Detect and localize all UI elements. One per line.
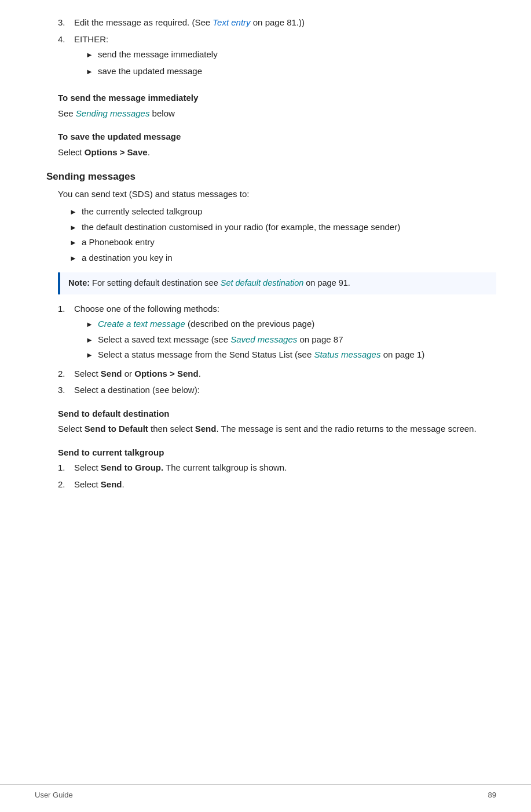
text-entry-link[interactable]: Text entry [213,17,250,27]
send-default-section: Send to default destination Select Send … [58,407,496,436]
method-create-text: ► Create a text message (described on th… [86,318,496,331]
options-send-bold: Options > Send [134,369,198,378]
saved-messages-link[interactable]: Saved messages [230,334,297,344]
talkgroup-step-2-num: 2. [58,478,74,491]
talkgroup-step-1-num: 1. [58,461,74,475]
arrow-icon-4: ► [69,222,77,234]
either-label: EITHER: [74,34,108,44]
select-label-1: Select [58,147,85,157]
note-suffix: on page 91. [303,278,350,287]
step-3-item: 3. Edit the message as required. (See Te… [58,16,496,30]
or-text: or [122,369,135,378]
set-default-link[interactable]: Set default destination [221,278,304,287]
select-label-2: Select [74,369,101,378]
saved-prefix: Select a saved text message (see [98,334,230,344]
send-to-group-bold: Send to Group. [101,463,163,472]
talkgroup-step-2-text: Select Send. [74,478,496,491]
send-bold-2: Send [195,424,217,434]
footer-right: 89 [488,789,496,801]
arrow-icon-1: ► [86,49,93,61]
send-immediately-heading: To send the message immediately [58,92,496,105]
note-box: Note: For setting default destination se… [58,272,496,294]
content-area: 3. Edit the message as required. (See Te… [46,16,496,491]
sending-messages-content: You can send text (SDS) and status messa… [58,188,496,397]
sending-step-1-text: Choose one of the following methods: ► C… [74,303,496,364]
note-text: For setting default destination see [90,278,221,287]
period-1: . [148,147,150,157]
bullet-phonebook-text: a Phonebook entry [82,236,155,249]
send-default-suffix: . The message is sent and the radio retu… [216,424,476,434]
bullet-destination: ► a destination you key in [69,252,496,265]
status-suffix: on page 1) [380,349,424,359]
bullet-default-dest: ► the default destination customised in … [69,221,496,234]
send-default-body: Select Send to Default then select Send.… [58,423,496,436]
bullet-phonebook: ► a Phonebook entry [69,236,496,249]
create-text-rest: (described on the previous page) [185,319,314,329]
sending-steps: 1. Choose one of the following methods: … [58,303,496,397]
page-wrapper: 3. Edit the message as required. (See Te… [0,0,531,812]
sending-step-2-text: Select Send or Options > Send. [74,367,496,381]
create-text-link[interactable]: Create a text message [98,319,185,329]
bullet-destination-text: a destination you key in [82,252,173,265]
arrow-icon-5: ► [69,237,77,249]
options-save-bold: Options > Save [85,147,148,157]
select-label-4: Select [74,463,101,472]
select-label-3: Select [58,424,85,434]
bullet-talkgroup: ► the currently selected talkgroup [69,205,496,219]
send-to-default-bold: Send to Default [85,424,148,434]
method-bullets: ► Create a text message (described on th… [86,318,496,362]
talkgroup-shown-text: The current talkgroup is shown. [163,463,287,472]
send-bold: Send [101,369,122,378]
sending-messages-link[interactable]: Sending messages [76,108,150,118]
arrow-icon-3: ► [69,206,77,218]
select-label-5: Select [74,479,101,489]
method-saved-msg: ► Select a saved text message (see Saved… [86,333,496,347]
sending-step-1-num: 1. [58,303,74,364]
sending-bullets: ► the currently selected talkgroup ► the… [69,205,496,264]
arrow-icon-6: ► [69,253,77,264]
save-updated-heading: To save the updated message [58,130,496,144]
bullet-send-immediately: ► send the message immediately [86,48,496,61]
saved-suffix: on page 87 [297,334,343,344]
step-4-text: EITHER: ► send the message immediately ►… [74,33,496,82]
bullet-save-text: save the updated message [98,65,202,78]
status-prefix: Select a status message from the Send St… [98,349,314,359]
status-messages-link[interactable]: Status messages [314,349,380,359]
bullet-send-text: send the message immediately [98,48,218,61]
sending-messages-heading: Sending messages [46,169,496,184]
step-3-text: Edit the message as required. (See Text … [74,16,496,30]
status-msg-text: Select a status message from the Send St… [98,348,425,362]
step-4-item: 4. EITHER: ► send the message immediatel… [58,33,496,82]
send-talkgroup-heading: Send to current talkgroup [58,446,496,460]
below-text: below [149,108,174,118]
talkgroup-step-2: 2. Select Send. [58,478,496,491]
page-footer: User Guide 89 [0,784,531,801]
create-text-msg: Create a text message (described on the … [98,318,314,331]
bullet-talkgroup-text: the currently selected talkgroup [82,205,202,219]
bullet-default-text: the default destination customised in yo… [82,221,400,234]
note-label: Note: [68,278,90,287]
sending-step-3: 3. Select a destination (see below): [58,384,496,397]
period-3: . [122,479,124,489]
sending-step-3-num: 3. [58,384,74,397]
save-updated-section: To save the updated message Select Optio… [58,130,496,159]
save-updated-body: Select Options > Save. [58,146,496,159]
arrow-icon-2: ► [86,66,93,78]
step-3-num: 3. [58,16,74,30]
footer-left: User Guide [35,789,73,801]
talkgroup-steps: 1. Select Send to Group. The current tal… [58,461,496,491]
bullet-save-updated: ► save the updated message [86,65,496,78]
step4-bullets: ► send the message immediately ► save th… [86,48,496,78]
send-immediately-section: To send the message immediately See Send… [58,92,496,120]
sending-messages-section: Sending messages You can send text (SDS)… [46,169,496,397]
sending-step-1: 1. Choose one of the following methods: … [58,303,496,364]
arrow-icon-9: ► [86,349,93,361]
sending-step-2-num: 2. [58,367,74,381]
sending-step-2: 2. Select Send or Options > Send. [58,367,496,381]
saved-msg-text: Select a saved text message (see Saved m… [98,333,343,347]
then-select-text: then select [148,424,195,434]
send-default-heading: Send to default destination [58,407,496,421]
arrow-icon-8: ► [86,334,93,346]
send-talkgroup-section: Send to current talkgroup 1. Select Send… [58,446,496,491]
send-immediately-body: See Sending messages below [58,107,496,121]
